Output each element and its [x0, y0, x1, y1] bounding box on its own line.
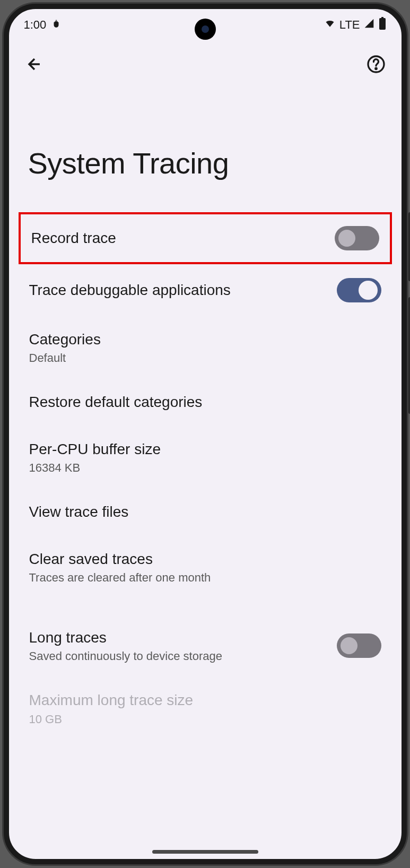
debug-icon	[51, 18, 61, 32]
restore-default-row[interactable]: Restore default categories	[25, 379, 386, 426]
long-traces-toggle[interactable]	[337, 633, 381, 658]
svg-point-1	[375, 68, 376, 69]
record-trace-row[interactable]: Record trace	[19, 212, 392, 264]
view-trace-title: View trace files	[29, 502, 381, 522]
phone-frame: 1:00 LTE System Tracing	[4, 4, 407, 864]
buffer-size-subtitle: 16384 KB	[29, 461, 381, 475]
trace-debuggable-toggle[interactable]	[337, 278, 381, 302]
buffer-size-row[interactable]: Per-CPU buffer size 16384 KB	[25, 426, 386, 489]
record-trace-title: Record trace	[31, 229, 326, 248]
long-traces-subtitle: Saved continuously to device storage	[29, 649, 328, 663]
action-bar	[9, 41, 402, 77]
view-trace-files-row[interactable]: View trace files	[25, 489, 386, 535]
trace-debuggable-title: Trace debuggable applications	[29, 281, 328, 300]
signal-icon	[363, 18, 375, 32]
max-size-title: Maximum long trace size	[29, 691, 381, 710]
long-traces-row[interactable]: Long traces Saved continuously to device…	[25, 614, 386, 677]
trace-debuggable-row[interactable]: Trace debuggable applications	[25, 264, 386, 316]
settings-list: Record trace Trace debuggable applicatio…	[9, 212, 402, 740]
nav-handle[interactable]	[152, 850, 258, 854]
help-button[interactable]	[363, 51, 389, 77]
clear-traces-title: Clear saved traces	[29, 550, 381, 569]
clear-traces-row[interactable]: Clear saved traces Traces are cleared af…	[25, 536, 386, 598]
wifi-icon	[324, 18, 336, 32]
back-button[interactable]	[22, 51, 47, 77]
long-traces-title: Long traces	[29, 628, 328, 647]
network-label: LTE	[339, 18, 360, 32]
max-size-subtitle: 10 GB	[29, 713, 381, 726]
battery-icon	[378, 17, 387, 33]
clear-traces-subtitle: Traces are cleared after one month	[29, 571, 381, 585]
camera-notch	[195, 19, 216, 40]
record-trace-toggle[interactable]	[335, 226, 379, 250]
categories-title: Categories	[29, 330, 381, 349]
buffer-size-title: Per-CPU buffer size	[29, 440, 381, 459]
restore-default-title: Restore default categories	[29, 393, 381, 412]
max-long-trace-size-row: Maximum long trace size 10 GB	[25, 677, 386, 740]
status-time: 1:00	[24, 18, 47, 32]
categories-row[interactable]: Categories Default	[25, 316, 386, 379]
page-title: System Tracing	[9, 77, 402, 212]
categories-subtitle: Default	[29, 351, 381, 365]
